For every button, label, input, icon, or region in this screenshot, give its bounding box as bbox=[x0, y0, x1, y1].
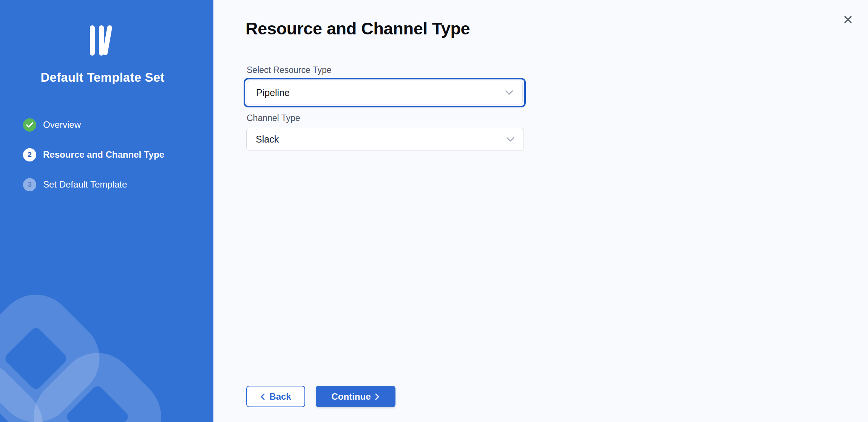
chevron-left-icon bbox=[260, 393, 265, 400]
watermark-links-graphic bbox=[0, 0, 213, 422]
step-overview[interactable]: Overview bbox=[23, 118, 81, 132]
close-button[interactable] bbox=[841, 12, 855, 27]
chevron-down-icon bbox=[506, 137, 514, 142]
step-label: Resource and Channel Type bbox=[43, 149, 164, 160]
channel-type-label: Channel Type bbox=[247, 113, 300, 123]
wizard-title: Default Template Set bbox=[0, 70, 205, 85]
step-label: Set Default Template bbox=[43, 179, 127, 190]
channel-type-select[interactable]: Slack bbox=[246, 128, 524, 151]
resource-type-value: Pipeline bbox=[256, 87, 500, 98]
step-set-default-template[interactable]: 3 Set Default Template bbox=[23, 178, 127, 191]
resource-type-select[interactable]: Pipeline bbox=[247, 81, 523, 104]
app-logo bbox=[0, 25, 205, 57]
back-button-label: Back bbox=[269, 391, 291, 402]
step-number-badge: 2 bbox=[23, 148, 36, 161]
chevron-down-icon bbox=[505, 90, 513, 95]
resource-type-select-focus-ring: Pipeline bbox=[244, 78, 526, 107]
logo-bars-icon bbox=[90, 25, 116, 56]
close-icon bbox=[843, 15, 853, 24]
resource-type-label: Select Resource Type bbox=[247, 65, 332, 75]
chevron-right-icon bbox=[375, 393, 380, 400]
continue-button[interactable]: Continue bbox=[316, 386, 395, 407]
page-title: Resource and Channel Type bbox=[246, 19, 470, 39]
wizard-modal: Default Template Set Overview 2 Resource… bbox=[0, 0, 868, 422]
wizard-content: Resource and Channel Type Select Resourc… bbox=[213, 0, 868, 422]
wizard-sidebar: Default Template Set Overview 2 Resource… bbox=[0, 0, 213, 422]
step-number-badge: 3 bbox=[23, 178, 36, 191]
channel-type-value: Slack bbox=[256, 134, 502, 145]
step-label: Overview bbox=[43, 119, 81, 130]
continue-button-label: Continue bbox=[332, 391, 371, 402]
back-button[interactable]: Back bbox=[246, 386, 305, 407]
step-complete-check-icon bbox=[23, 118, 36, 132]
step-resource-and-channel-type[interactable]: 2 Resource and Channel Type bbox=[23, 148, 164, 161]
